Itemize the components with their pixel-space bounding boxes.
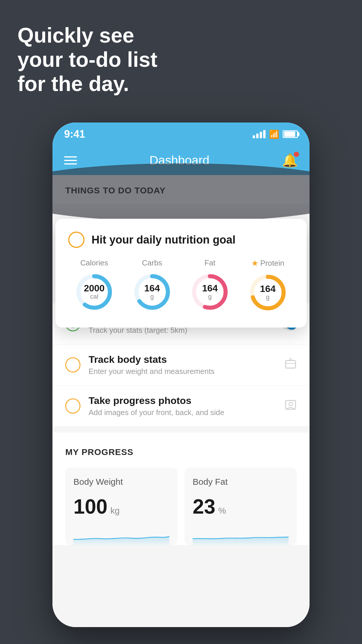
status-icons: 📶: [253, 130, 298, 139]
todo-text-body-stats: Track body stats Enter your weight and m…: [89, 354, 276, 376]
nutrition-card: Hit your daily nutrition goal Calories: [55, 219, 307, 328]
todo-circle-photos: [65, 398, 80, 414]
hero-text: Quickly see your to-do list for the day.: [17, 23, 157, 96]
notification-dot: [294, 152, 299, 157]
fat-donut: 164 g: [189, 272, 230, 312]
star-icon: ★: [251, 258, 259, 268]
hero-line2: your to-do list: [17, 48, 157, 72]
fat-unit: g: [202, 293, 218, 300]
body-weight-value-row: 100 kg: [73, 495, 169, 518]
svg-point-13: [289, 402, 292, 406]
dark-shape: [52, 163, 310, 222]
fat-item: Fat 164 g: [189, 258, 230, 313]
todo-item-photos[interactable]: Take progress photos Add images of your …: [52, 386, 310, 427]
body-fat-value: 23: [193, 495, 215, 518]
card-header: Hit your daily nutrition goal: [68, 232, 294, 248]
status-bar: 9:41 📶: [52, 123, 310, 146]
todo-circle-body-stats: [65, 357, 80, 372]
main-content: THINGS TO DO TODAY Hit your daily nutrit…: [52, 175, 310, 627]
protein-label-row: ★ Protein: [251, 258, 284, 268]
battery-icon: [283, 130, 298, 138]
calories-donut: 2000 cal: [74, 272, 115, 312]
hero-line3: for the day.: [17, 72, 157, 96]
signal-icon: [253, 130, 266, 138]
progress-cards: Body Weight 100 kg: [65, 468, 297, 545]
calories-item: Calories 2000 cal: [74, 258, 115, 313]
notification-bell[interactable]: 🔔: [282, 153, 298, 168]
wifi-icon: 📶: [269, 130, 279, 139]
svg-rect-8: [286, 360, 296, 368]
svg-rect-12: [286, 400, 296, 409]
body-weight-card[interactable]: Body Weight 100 kg: [65, 468, 178, 545]
todo-sub-photos: Add images of your front, back, and side: [89, 408, 276, 417]
protein-value: 164: [260, 284, 275, 293]
body-fat-sparkline: [193, 528, 289, 545]
hero-line1: Quickly see: [17, 23, 157, 48]
protein-unit: g: [260, 293, 275, 301]
todo-text-photos: Take progress photos Add images of your …: [89, 395, 276, 417]
calories-unit: cal: [84, 293, 105, 300]
carbs-donut: 164 g: [132, 272, 173, 312]
body-fat-unit: %: [218, 506, 226, 516]
body-fat-label: Body Fat: [193, 477, 289, 487]
progress-title: MY PROGRESS: [65, 447, 297, 457]
body-weight-unit: kg: [110, 506, 120, 516]
svg-point-11: [290, 358, 291, 360]
body-fat-value-row: 23 %: [193, 495, 289, 518]
todo-title-body-stats: Track body stats: [89, 354, 276, 365]
phone-mockup: 9:41 📶 Dashboard 🔔 THINGS TO: [52, 123, 310, 627]
body-weight-label: Body Weight: [73, 477, 169, 487]
fat-value: 164: [202, 284, 218, 293]
body-weight-value: 100: [73, 495, 108, 518]
carbs-item: Carbs 164 g: [132, 258, 173, 313]
protein-donut: 164 g: [247, 272, 288, 313]
fat-label: Fat: [204, 258, 215, 267]
body-weight-sparkline: [73, 528, 169, 545]
carbs-label: Carbs: [142, 258, 162, 267]
calories-label: Calories: [80, 258, 108, 267]
body-fat-card[interactable]: Body Fat 23 %: [184, 468, 297, 545]
progress-section: MY PROGRESS Body Weight 100 kg: [52, 433, 310, 545]
carbs-unit: g: [144, 293, 160, 300]
protein-label: Protein: [260, 259, 284, 268]
todo-item-body-stats[interactable]: Track body stats Enter your weight and m…: [52, 344, 310, 386]
protein-item: ★ Protein 164 g: [247, 258, 288, 313]
todo-title-photos: Take progress photos: [89, 395, 276, 406]
todo-sub-body-stats: Enter your weight and measurements: [89, 367, 276, 376]
task-circle[interactable]: [68, 232, 85, 248]
calories-value: 2000: [84, 284, 105, 293]
nutrition-grid: Calories 2000 cal: [68, 258, 294, 313]
hamburger-menu[interactable]: [64, 156, 77, 164]
status-time: 9:41: [64, 128, 85, 140]
portrait-icon: [284, 399, 297, 414]
card-title: Hit your daily nutrition goal: [92, 234, 236, 246]
carbs-value: 164: [144, 284, 160, 293]
scale-icon: [284, 358, 297, 372]
